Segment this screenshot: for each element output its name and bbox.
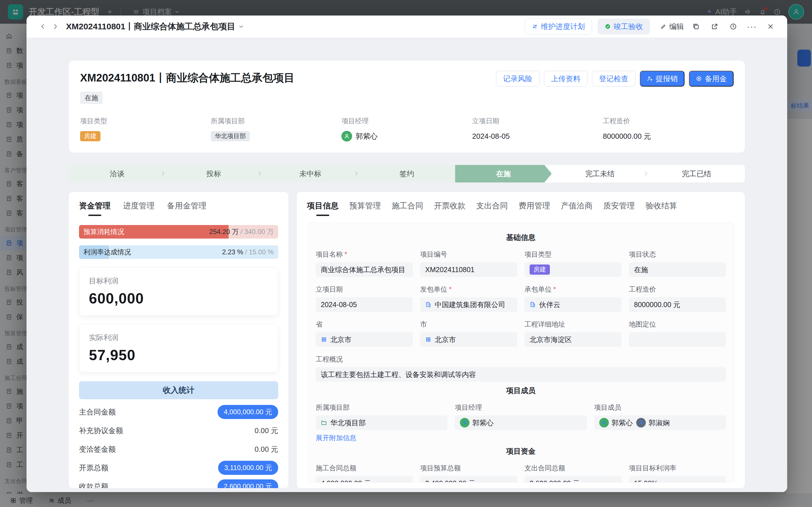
project-manager-value[interactable]: 郭紫心 <box>455 415 587 430</box>
modal-header-actions: 维护进度计划 竣工验收 编辑 ··· <box>525 19 777 35</box>
step-finished-unsettled[interactable]: 完工未结 <box>552 165 648 182</box>
field-start-date: 立项日期 2024-08-05 <box>316 285 413 312</box>
project-header-card: XM2024110801丨商业综合体施工总承包项目 记录风险 上传资料 登记检查… <box>69 61 745 153</box>
modal-body: XM2024110801丨商业综合体施工总承包项目 记录风险 上传资料 登记检查… <box>26 38 787 492</box>
start-date-value[interactable]: 2024-08-05 <box>316 297 413 312</box>
tab-quality-safety[interactable]: 质安管理 <box>603 201 635 216</box>
record-risk-button[interactable]: 记录风险 <box>496 71 539 87</box>
basic-info-grid: 项目名称* 商业综合体施工总承包项目 项目编号 XM2024110801 项目类… <box>316 250 726 382</box>
upload-file-button[interactable]: 上传资料 <box>544 71 587 87</box>
submit-expense-button[interactable]: 提报销 <box>640 71 685 87</box>
project-status-tag: 在施 <box>80 92 103 104</box>
completion-acceptance-label: 竣工验收 <box>614 22 643 32</box>
field-city: 市 北京市 <box>420 320 517 347</box>
income-statistics-button[interactable]: 收入统计 <box>79 381 278 399</box>
project-code-value[interactable]: XM2024110801 <box>420 262 517 277</box>
field-project-type: 项目类型 房建 <box>525 250 621 277</box>
reserve-fund-button[interactable]: 备用金 <box>689 71 734 87</box>
funds-grid: 施工合同总额 4,000,000.00 元 项目预算总额 3,400,000.0… <box>316 463 726 483</box>
tab-funds-management[interactable]: 资金管理 <box>79 201 111 216</box>
edit-button[interactable]: 编辑 <box>660 22 684 32</box>
info-form: 基础信息 项目名称* 商业综合体施工总承包项目 项目编号 XM202411080… <box>307 223 735 483</box>
maintain-schedule-label: 维护进度计划 <box>541 22 585 32</box>
amount-pill[interactable]: 2,600,000.00 元 <box>218 480 278 488</box>
project-type-tag: 房建 <box>530 265 550 275</box>
step-finished-settled[interactable]: 完工已结 <box>648 165 745 182</box>
project-name-value[interactable]: 商业综合体施工总承包项目 <box>316 262 413 277</box>
more-actions-button[interactable]: ··· <box>745 20 758 33</box>
completion-acceptance-button[interactable]: 竣工验收 <box>598 19 650 35</box>
tab-reserve-management[interactable]: 备用金管理 <box>167 201 207 216</box>
tab-expense-contract[interactable]: 支出合同 <box>476 201 508 216</box>
pencil-icon <box>660 23 666 30</box>
project-detail-modal: XM2024110801丨商业综合体施工总承包项目 维护进度计划 竣工验收 编辑 <box>26 15 787 492</box>
next-record-button[interactable] <box>49 20 61 33</box>
department-value[interactable]: 华北项目部 <box>316 415 447 430</box>
client-value[interactable]: 中国建筑集团有限公司 <box>420 297 517 312</box>
maintain-schedule-button[interactable]: 维护进度计划 <box>525 19 592 35</box>
field-client: 发包单位* 中国建筑集团有限公司 <box>420 285 517 312</box>
screen: 开发工作区-工程型 项目档案 AI助手 数 项 <box>0 0 812 507</box>
step-negotiation[interactable]: 洽谈 <box>69 165 165 182</box>
step-signed[interactable]: 签约 <box>359 165 455 182</box>
step-not-won[interactable]: 未中标 <box>262 165 359 182</box>
project-status-value[interactable]: 在施 <box>629 262 726 277</box>
required-marker: * <box>344 250 347 258</box>
project-type-value[interactable]: 房建 <box>525 262 621 277</box>
fund-value[interactable]: 3,400,000.00 元 <box>420 476 517 483</box>
tab-progress-management[interactable]: 进度管理 <box>123 201 155 216</box>
field-project-type: 项目类型 房建 <box>80 116 211 143</box>
coin-icon <box>696 75 702 82</box>
expand-extra-info-link[interactable]: 展开附加信息 <box>316 434 356 442</box>
target-profit-value: 600,000 <box>89 290 268 307</box>
section-basic-info: 基础信息 <box>316 233 726 242</box>
target-profit-card: 目标利润 600,000 <box>79 267 278 316</box>
tab-construction-contract[interactable]: 施工合同 <box>392 201 423 216</box>
address-value[interactable]: 北京市海淀区 <box>525 332 621 347</box>
step-in-construction[interactable]: 在施 <box>455 165 552 182</box>
required-marker: * <box>449 285 451 293</box>
row-invoiced-total: 开票总额 3,110,000.00 元 <box>79 458 278 477</box>
tab-budget[interactable]: 预算管理 <box>349 201 381 216</box>
map-location-value[interactable] <box>629 332 726 347</box>
overview-value[interactable]: 该工程主要包括土建工程、设备安装和调试等内容 <box>316 367 726 382</box>
amount-pill[interactable]: 3,110,000.00 元 <box>218 461 278 475</box>
avatar <box>599 418 609 428</box>
tab-invoice-receipt[interactable]: 开票收款 <box>434 201 466 216</box>
close-button[interactable] <box>764 20 777 33</box>
amount-pill[interactable]: 4,000,000.00 元 <box>218 405 278 419</box>
tab-output-negotiation[interactable]: 产值洽商 <box>561 201 593 216</box>
field-project-manager: 项目经理 郭紫心 <box>455 403 587 442</box>
city-value[interactable]: 北京市 <box>420 332 517 347</box>
profit-rate-bar: 利润率达成情况 2.23 % / 15.00 % <box>79 245 278 259</box>
contractor-value[interactable]: 伙伴云 <box>525 297 621 312</box>
tab-acceptance-settlement[interactable]: 验收结算 <box>646 201 677 216</box>
field-manager: 项目经理 郭紫心 <box>341 116 472 143</box>
modal-title[interactable]: XM2024110801丨商业综合体施工总承包项目 <box>66 21 244 33</box>
copy-button[interactable] <box>690 20 703 33</box>
section-project-members: 项目成员 <box>316 386 726 396</box>
avatar <box>460 418 470 428</box>
target-profit-label: 目标利润 <box>89 276 268 286</box>
tab-cost-management[interactable]: 费用管理 <box>519 201 550 216</box>
profit-bar-value: 2.23 % / 15.00 % <box>222 248 274 256</box>
share-button[interactable] <box>708 20 721 33</box>
fund-value[interactable]: 3,630,000.00 元 <box>525 476 621 483</box>
folder-icon <box>321 419 327 426</box>
history-button[interactable] <box>727 20 740 33</box>
register-inspection-button[interactable]: 登记检查 <box>592 71 635 87</box>
project-stage-stepper: 洽谈 投标 未中标 签约 在施 完工未结 完工已结 <box>69 165 745 182</box>
project-members-value[interactable]: 郭紫心 郭淑娴 <box>594 415 726 430</box>
step-bidding[interactable]: 投标 <box>165 165 262 182</box>
sort-arrows-icon <box>532 23 538 30</box>
field-department: 所属项目部 华北项目部 展开附加信息 <box>316 403 447 442</box>
region-grid-icon <box>425 336 431 343</box>
fund-value[interactable]: 15.00% <box>629 476 726 483</box>
row-received-total: 收款总额 2,600,000.00 元 <box>79 477 278 488</box>
prev-record-button[interactable] <box>37 20 49 33</box>
field-project-members: 项目成员 郭紫心 郭淑娴 <box>594 403 726 442</box>
fund-value[interactable]: 4,000,000.00 元 <box>316 476 413 483</box>
tab-project-info[interactable]: 项目信息 <box>307 201 338 216</box>
province-value[interactable]: 北京市 <box>316 332 413 347</box>
project-cost-value[interactable]: 8000000.00 元 <box>629 297 726 312</box>
